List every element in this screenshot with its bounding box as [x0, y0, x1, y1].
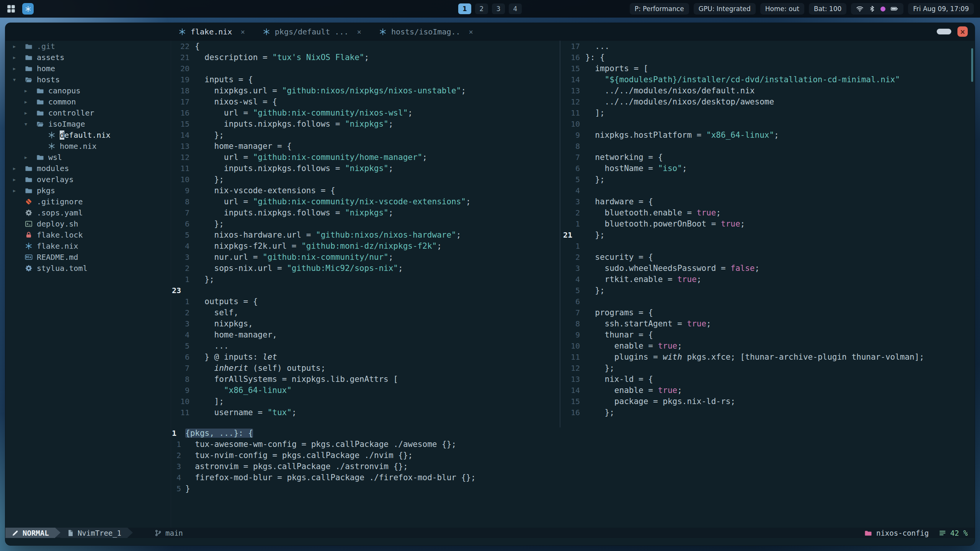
tab-close-icon[interactable]: ×: [357, 28, 361, 36]
code-line[interactable]: 10: [562, 118, 975, 129]
tree-item-readme-md[interactable]: README.md: [5, 251, 171, 262]
code-line[interactable]: 7 inputs.nixpkgs.follows = "nixpkgs";: [171, 207, 559, 218]
code-line[interactable]: 1{pkgs, ...}: {: [171, 427, 975, 439]
code-line[interactable]: 17 ...: [562, 41, 975, 52]
tree-item-wsl[interactable]: ▸wsl: [5, 152, 171, 163]
code-line[interactable]: 16 };: [562, 407, 975, 418]
code-line[interactable]: 17 nixos-wsl = {: [171, 96, 559, 107]
code-line[interactable]: 7 networking = {: [562, 152, 975, 163]
code-line[interactable]: 11 plugins = with pkgs.xfce; [thunar-arc…: [562, 351, 975, 362]
buffer-tab-1[interactable]: flake.nix×: [178, 27, 245, 36]
tree-item-default-nix[interactable]: default.nix: [5, 129, 171, 140]
code-line[interactable]: 12 };: [562, 362, 975, 373]
tree-item-overlays[interactable]: ▸overlays: [5, 174, 171, 185]
home-widget[interactable]: Home: out: [760, 3, 804, 15]
code-line[interactable]: 8: [562, 140, 975, 152]
power-profile-widget[interactable]: P: Performance: [630, 3, 689, 15]
code-line[interactable]: 9 thunar = {: [562, 329, 975, 340]
code-line[interactable]: 4: [562, 185, 975, 196]
code-line[interactable]: 6 };: [171, 218, 559, 229]
editor-split-iso-default-nix[interactable]: 17 ...16}: {15 imports = [14 "${modulesP…: [562, 41, 975, 427]
distro-badge[interactable]: [22, 3, 34, 15]
battery-widget[interactable]: Bat: 100: [809, 3, 846, 15]
command-line[interactable]: [5, 538, 975, 545]
buffer-tab-2[interactable]: pkgs/default ...×: [263, 27, 361, 36]
code-line[interactable]: 9 "x86_64-linux": [171, 385, 559, 396]
code-line[interactable]: 15 package = pkgs.nix-ld-rs;: [562, 396, 975, 407]
workspace-button-3[interactable]: 3: [492, 3, 505, 14]
tab-close-icon[interactable]: ×: [240, 28, 245, 36]
code-line[interactable]: 4 firefox-mod-blur = pkgs.callPackage ./…: [171, 472, 975, 483]
code-line[interactable]: 15 inputs.nixpkgs.follows = "nixpkgs";: [171, 118, 559, 129]
code-line[interactable]: 3 sudo.wheelNeedsPassword = false;: [562, 262, 975, 274]
bluetooth-icon[interactable]: [868, 5, 876, 13]
app-menu-icon[interactable]: [6, 4, 16, 14]
code-line[interactable]: 11 inputs.nixpkgs.follows = "nixpkgs";: [171, 163, 559, 174]
code-line[interactable]: 10 };: [171, 174, 559, 185]
tree-item-deploy-sh[interactable]: deploy.sh: [5, 218, 171, 229]
code-line[interactable]: 3 nur.url = "github:nix-community/nur";: [171, 251, 559, 262]
code-line[interactable]: 5 nixos-hardware.url = "github:nixos/nix…: [171, 229, 559, 240]
workspace-button-2[interactable]: 2: [475, 3, 488, 14]
code-line[interactable]: 2 tux-nvim-config = pkgs.callPackage ./n…: [171, 450, 975, 461]
code-line[interactable]: 9 nix-vscode-extensions = {: [171, 185, 559, 196]
code-line[interactable]: 1 };: [171, 274, 559, 285]
tree-item-stylua-toml[interactable]: stylua.toml: [5, 262, 171, 274]
code-line[interactable]: 8 ssh.startAgent = true;: [562, 318, 975, 329]
code-line[interactable]: 1 outputs = {: [171, 296, 559, 307]
code-line[interactable]: 23: [171, 285, 559, 296]
code-line[interactable]: 10 enable = true;: [562, 340, 975, 351]
code-line[interactable]: 6 hostName = "iso";: [562, 163, 975, 174]
battery-icon[interactable]: [890, 5, 898, 13]
code-line[interactable]: 7 programs = {: [562, 307, 975, 318]
code-line[interactable]: 20: [171, 63, 559, 74]
tree-item-git[interactable]: ▸.git: [5, 41, 171, 52]
tree-item-gitignore[interactable]: .gitignore: [5, 196, 171, 207]
code-line[interactable]: 12 url = "github:nix-community/home-mana…: [171, 152, 559, 163]
code-line[interactable]: 5}: [171, 483, 975, 494]
tree-item-flake-nix[interactable]: flake.nix: [5, 240, 171, 251]
gpu-widget[interactable]: GPU: Integrated: [694, 3, 756, 15]
indicator-dot-icon[interactable]: [880, 7, 885, 11]
code-line[interactable]: 8 forAllSystems = nixpkgs.lib.genAttrs [: [171, 373, 559, 385]
tree-item-canopus[interactable]: ▸canopus: [5, 85, 171, 96]
tree-item-home[interactable]: ▸home: [5, 63, 171, 74]
code-line[interactable]: 21 description = "tux's NixOS Flake";: [171, 52, 559, 63]
code-line[interactable]: 19 inputs = {: [171, 74, 559, 85]
code-line[interactable]: 21 };: [562, 229, 975, 240]
code-line[interactable]: 12 ../../modules/nixos/desktop/awesome: [562, 96, 975, 107]
tree-item-home-nix[interactable]: home.nix: [5, 140, 171, 152]
tree-item-isoimage[interactable]: ▾isoImage: [5, 118, 171, 129]
code-line[interactable]: 16}: {: [562, 52, 975, 63]
split-separator[interactable]: [560, 41, 560, 427]
code-line[interactable]: 13 home-manager = {: [171, 140, 559, 152]
code-line[interactable]: 22{: [171, 41, 559, 52]
workspace-button-1[interactable]: 1: [458, 3, 471, 14]
workspace-button-4[interactable]: 4: [509, 3, 522, 14]
code-line[interactable]: 5 };: [562, 285, 975, 296]
code-line[interactable]: 13 nix-ld = {: [562, 373, 975, 385]
code-line[interactable]: 6 } @ inputs: let: [171, 351, 559, 362]
code-line[interactable]: 5 };: [562, 174, 975, 185]
editor-split-pkgs-default-nix[interactable]: 1{pkgs, ...}: {1 tux-awesome-wm-config =…: [171, 427, 975, 528]
code-line[interactable]: 9 nixpkgs.hostPlatform = "x86_64-linux";: [562, 129, 975, 140]
tree-item-assets[interactable]: ▸assets: [5, 52, 171, 63]
clock-widget[interactable]: Fri Aug 09, 17:09: [908, 3, 974, 15]
code-line[interactable]: 14 enable = true;: [562, 385, 975, 396]
code-line[interactable]: 14 "${modulesPath}/installer/cd-dvd/inst…: [562, 74, 975, 85]
code-line[interactable]: 11 username = "tux";: [171, 407, 559, 418]
scrollbar-thumb[interactable]: [971, 48, 973, 82]
code-line[interactable]: 2 bluetooth.enable = true;: [562, 207, 975, 218]
code-line[interactable]: 13 ../../modules/nixos/default.nix: [562, 85, 975, 96]
tree-item-hosts[interactable]: ▾hosts: [5, 74, 171, 85]
code-line[interactable]: 3 nixpkgs,: [171, 318, 559, 329]
git-branch-widget[interactable]: main: [154, 528, 183, 538]
editor-split-flake-nix[interactable]: 22{21 description = "tux's NixOS Flake";…: [171, 41, 559, 427]
code-line[interactable]: 4 rtkit.enable = true;: [562, 274, 975, 285]
code-line[interactable]: 6: [562, 296, 975, 307]
tree-item-pkgs[interactable]: ▸pkgs: [5, 185, 171, 196]
code-line[interactable]: 4 home-manager,: [171, 329, 559, 340]
code-line[interactable]: 2 security = {: [562, 251, 975, 262]
tree-item-sops-yaml[interactable]: .sops.yaml: [5, 207, 171, 218]
code-line[interactable]: 2 sops-nix.url = "github:Mic92/sops-nix"…: [171, 262, 559, 274]
